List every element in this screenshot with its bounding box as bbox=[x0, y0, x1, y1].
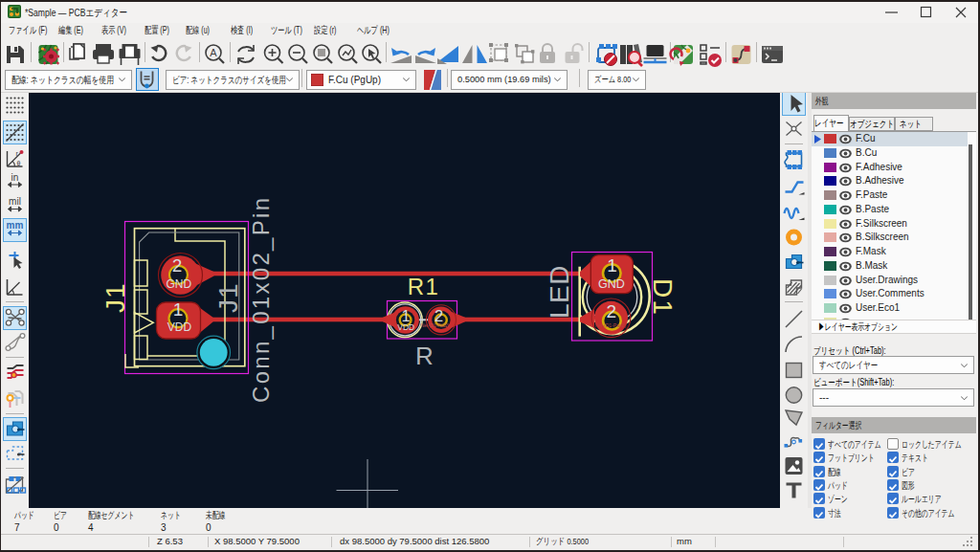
svg-text:A: A bbox=[210, 47, 217, 58]
svg-text:θ: θ bbox=[17, 160, 21, 166]
svg-text:Conn_01x02_Pin: Conn_01x02_Pin bbox=[248, 196, 274, 403]
svg-text:GND: GND bbox=[166, 277, 191, 291]
svg-text:J1: J1 bbox=[213, 282, 243, 313]
svg-text:LED: LED bbox=[545, 265, 574, 319]
svg-text:GND: GND bbox=[598, 277, 625, 291]
svg-text:D1: D1 bbox=[648, 278, 678, 317]
svg-text:1: 1 bbox=[173, 299, 184, 320]
svg-text:2: 2 bbox=[606, 301, 616, 321]
svg-text:Net-(D1-Pad2): Net-(D1-Pad2) bbox=[421, 323, 450, 328]
svg-text:2: 2 bbox=[434, 307, 443, 324]
svg-text:in: in bbox=[11, 172, 19, 183]
svg-text:R: R bbox=[415, 342, 434, 370]
svg-text:mm: mm bbox=[7, 220, 24, 231]
svg-text:VDD: VDD bbox=[397, 322, 414, 332]
svg-text:R1: R1 bbox=[408, 274, 440, 299]
svg-text:VDD: VDD bbox=[167, 320, 192, 334]
svg-text:Net-(D1-Pad2): Net-(D1-Pad2) bbox=[595, 322, 627, 328]
svg-text:1: 1 bbox=[607, 255, 617, 276]
svg-text:J1: J1 bbox=[100, 282, 130, 313]
svg-text:mil: mil bbox=[9, 196, 21, 207]
svg-text:2: 2 bbox=[172, 255, 183, 276]
